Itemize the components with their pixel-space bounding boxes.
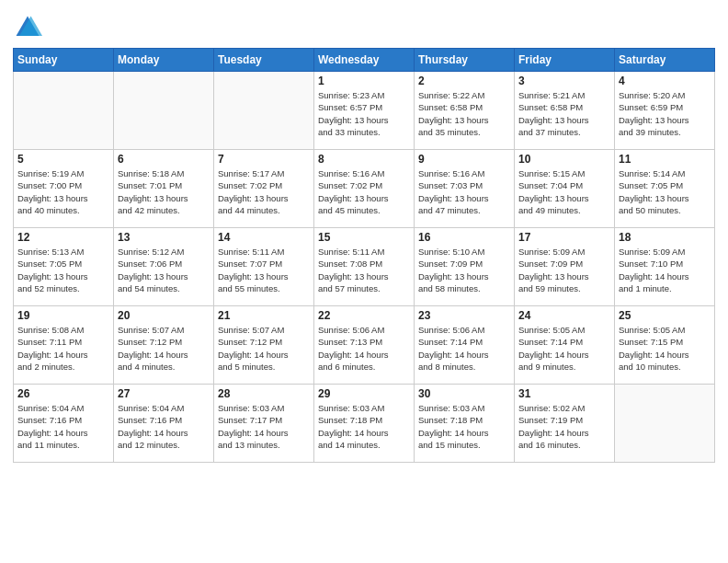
calendar-cell: 17Sunrise: 5:09 AM Sunset: 7:09 PM Dayli…	[515, 228, 615, 306]
calendar-cell: 22Sunrise: 5:06 AM Sunset: 7:13 PM Dayli…	[314, 306, 415, 385]
calendar-cell: 14Sunrise: 5:11 AM Sunset: 7:07 PM Dayli…	[214, 228, 314, 306]
day-info: Sunrise: 5:20 AM Sunset: 6:59 PM Dayligh…	[619, 89, 711, 138]
calendar-cell: 4Sunrise: 5:20 AM Sunset: 6:59 PM Daylig…	[615, 72, 715, 150]
day-info: Sunrise: 5:10 AM Sunset: 7:09 PM Dayligh…	[418, 246, 510, 294]
day-info: Sunrise: 5:09 AM Sunset: 7:10 PM Dayligh…	[619, 246, 711, 294]
calendar-cell: 24Sunrise: 5:05 AM Sunset: 7:14 PM Dayli…	[515, 306, 615, 385]
day-number: 10	[518, 153, 610, 166]
calendar-cell: 28Sunrise: 5:03 AM Sunset: 7:17 PM Dayli…	[214, 385, 314, 463]
day-info: Sunrise: 5:16 AM Sunset: 7:03 PM Dayligh…	[418, 167, 510, 216]
day-number: 31	[518, 387, 610, 400]
day-info: Sunrise: 5:15 AM Sunset: 7:04 PM Dayligh…	[518, 167, 610, 216]
day-number: 23	[418, 309, 510, 322]
day-number: 17	[518, 231, 610, 244]
day-info: Sunrise: 5:03 AM Sunset: 7:18 PM Dayligh…	[418, 402, 510, 451]
day-info: Sunrise: 5:05 AM Sunset: 7:14 PM Dayligh…	[518, 324, 610, 373]
day-number: 16	[418, 231, 510, 244]
calendar-cell: 10Sunrise: 5:15 AM Sunset: 7:04 PM Dayli…	[515, 150, 615, 228]
calendar-cell: 26Sunrise: 5:04 AM Sunset: 7:16 PM Dayli…	[14, 385, 114, 463]
weekday-header-saturday: Saturday	[615, 49, 715, 72]
calendar-cell: 1Sunrise: 5:23 AM Sunset: 6:57 PM Daylig…	[314, 72, 415, 150]
calendar-cell: 20Sunrise: 5:07 AM Sunset: 7:12 PM Dayli…	[114, 306, 214, 385]
day-info: Sunrise: 5:03 AM Sunset: 7:18 PM Dayligh…	[318, 402, 410, 451]
day-info: Sunrise: 5:05 AM Sunset: 7:15 PM Dayligh…	[619, 324, 711, 373]
calendar-cell: 19Sunrise: 5:08 AM Sunset: 7:11 PM Dayli…	[14, 306, 114, 385]
day-number: 13	[118, 231, 210, 244]
calendar-cell: 25Sunrise: 5:05 AM Sunset: 7:15 PM Dayli…	[615, 306, 715, 385]
day-number: 7	[218, 153, 310, 166]
day-number: 8	[318, 153, 410, 166]
page: SundayMondayTuesdayWednesdayThursdayFrid…	[0, 0, 728, 563]
week-row-3: 12Sunrise: 5:13 AM Sunset: 7:05 PM Dayli…	[14, 228, 715, 306]
calendar-cell: 13Sunrise: 5:12 AM Sunset: 7:06 PM Dayli…	[114, 228, 214, 306]
calendar-cell: 23Sunrise: 5:06 AM Sunset: 7:14 PM Dayli…	[415, 306, 515, 385]
day-number: 18	[619, 231, 711, 244]
day-info: Sunrise: 5:06 AM Sunset: 7:14 PM Dayligh…	[418, 324, 510, 373]
weekday-header-tuesday: Tuesday	[214, 49, 314, 72]
day-number: 21	[218, 309, 310, 322]
calendar-cell: 8Sunrise: 5:16 AM Sunset: 7:02 PM Daylig…	[314, 150, 415, 228]
calendar-cell	[214, 72, 314, 150]
calendar-cell: 18Sunrise: 5:09 AM Sunset: 7:10 PM Dayli…	[615, 228, 715, 306]
week-row-1: 1Sunrise: 5:23 AM Sunset: 6:57 PM Daylig…	[14, 72, 715, 150]
calendar-cell: 11Sunrise: 5:14 AM Sunset: 7:05 PM Dayli…	[615, 150, 715, 228]
day-info: Sunrise: 5:03 AM Sunset: 7:17 PM Dayligh…	[218, 402, 310, 451]
day-number: 3	[518, 75, 610, 87]
logo	[13, 13, 46, 42]
day-number: 14	[218, 231, 310, 244]
weekday-header-thursday: Thursday	[415, 49, 515, 72]
day-number: 26	[17, 387, 109, 400]
day-number: 20	[118, 309, 210, 322]
day-info: Sunrise: 5:19 AM Sunset: 7:00 PM Dayligh…	[17, 167, 109, 216]
weekday-header-monday: Monday	[114, 49, 214, 72]
day-info: Sunrise: 5:18 AM Sunset: 7:01 PM Dayligh…	[118, 167, 210, 216]
calendar-cell: 27Sunrise: 5:04 AM Sunset: 7:16 PM Dayli…	[114, 385, 214, 463]
day-number: 30	[418, 387, 510, 400]
day-info: Sunrise: 5:13 AM Sunset: 7:05 PM Dayligh…	[17, 246, 109, 294]
calendar-cell: 5Sunrise: 5:19 AM Sunset: 7:00 PM Daylig…	[14, 150, 114, 228]
calendar-cell: 30Sunrise: 5:03 AM Sunset: 7:18 PM Dayli…	[415, 385, 515, 463]
day-number: 11	[619, 153, 711, 166]
day-number: 29	[318, 387, 410, 400]
calendar-cell	[14, 72, 114, 150]
day-info: Sunrise: 5:17 AM Sunset: 7:02 PM Dayligh…	[218, 167, 310, 216]
calendar-cell	[114, 72, 214, 150]
day-info: Sunrise: 5:07 AM Sunset: 7:12 PM Dayligh…	[118, 324, 210, 373]
calendar-cell	[615, 385, 715, 463]
calendar-cell: 3Sunrise: 5:21 AM Sunset: 6:58 PM Daylig…	[515, 72, 615, 150]
day-number: 2	[418, 75, 510, 87]
calendar-cell: 21Sunrise: 5:07 AM Sunset: 7:12 PM Dayli…	[214, 306, 314, 385]
calendar-cell: 29Sunrise: 5:03 AM Sunset: 7:18 PM Dayli…	[314, 385, 415, 463]
day-number: 24	[518, 309, 610, 322]
calendar-cell: 9Sunrise: 5:16 AM Sunset: 7:03 PM Daylig…	[415, 150, 515, 228]
day-number: 28	[218, 387, 310, 400]
day-info: Sunrise: 5:09 AM Sunset: 7:09 PM Dayligh…	[518, 246, 610, 294]
day-info: Sunrise: 5:21 AM Sunset: 6:58 PM Dayligh…	[518, 89, 610, 138]
day-info: Sunrise: 5:16 AM Sunset: 7:02 PM Dayligh…	[318, 167, 410, 216]
calendar-cell: 15Sunrise: 5:11 AM Sunset: 7:08 PM Dayli…	[314, 228, 415, 306]
week-row-5: 26Sunrise: 5:04 AM Sunset: 7:16 PM Dayli…	[14, 385, 715, 463]
day-info: Sunrise: 5:02 AM Sunset: 7:19 PM Dayligh…	[518, 402, 610, 451]
day-info: Sunrise: 5:11 AM Sunset: 7:08 PM Dayligh…	[318, 246, 410, 294]
day-info: Sunrise: 5:08 AM Sunset: 7:11 PM Dayligh…	[17, 324, 109, 373]
day-info: Sunrise: 5:04 AM Sunset: 7:16 PM Dayligh…	[17, 402, 109, 451]
day-number: 15	[318, 231, 410, 244]
day-number: 19	[17, 309, 109, 322]
day-info: Sunrise: 5:12 AM Sunset: 7:06 PM Dayligh…	[118, 246, 210, 294]
day-number: 27	[118, 387, 210, 400]
weekday-header-friday: Friday	[515, 49, 615, 72]
day-number: 5	[17, 153, 109, 166]
calendar-cell: 31Sunrise: 5:02 AM Sunset: 7:19 PM Dayli…	[515, 385, 615, 463]
day-info: Sunrise: 5:06 AM Sunset: 7:13 PM Dayligh…	[318, 324, 410, 373]
day-info: Sunrise: 5:11 AM Sunset: 7:07 PM Dayligh…	[218, 246, 310, 294]
calendar-header-row: SundayMondayTuesdayWednesdayThursdayFrid…	[14, 49, 715, 72]
day-number: 6	[118, 153, 210, 166]
day-number: 9	[418, 153, 510, 166]
day-info: Sunrise: 5:23 AM Sunset: 6:57 PM Dayligh…	[318, 89, 410, 138]
calendar-cell: 2Sunrise: 5:22 AM Sunset: 6:58 PM Daylig…	[415, 72, 515, 150]
day-number: 12	[17, 231, 109, 244]
day-number: 1	[318, 75, 410, 87]
calendar-table: SundayMondayTuesdayWednesdayThursdayFrid…	[13, 48, 715, 463]
logo-icon	[13, 13, 42, 42]
day-info: Sunrise: 5:04 AM Sunset: 7:16 PM Dayligh…	[118, 402, 210, 451]
